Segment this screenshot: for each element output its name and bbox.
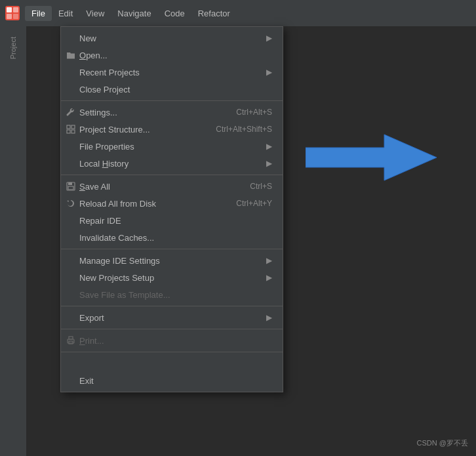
separator-4 <box>61 306 283 306</box>
svg-marker-15 <box>306 135 437 180</box>
separator-5 <box>61 329 283 329</box>
separator-6 <box>61 352 283 352</box>
menu-item-print[interactable]: Print... <box>61 332 283 349</box>
menu-item-manage-ide-settings[interactable]: Manage IDE Settings ▶ <box>61 252 283 269</box>
title-bar: File Edit View Navigate Code Refactor <box>0 0 476 26</box>
chevron-right-icon: ▶ <box>266 142 272 151</box>
chevron-right-icon: ▶ <box>266 313 272 322</box>
menu-item-project-structure[interactable]: Project Structure... Ctrl+Alt+Shift+S <box>61 121 283 138</box>
sidebar: Project <box>0 26 26 456</box>
chevron-right-icon: ▶ <box>266 68 272 77</box>
menu-item-invalidate-caches[interactable]: Invalidate Caches... <box>61 229 283 246</box>
svg-rect-8 <box>71 130 75 133</box>
menu-bar: File Edit View Navigate Code Refactor <box>25 6 237 21</box>
menu-item-new[interactable]: New ▶ <box>61 30 283 47</box>
main-area: New ▶ Open... Recent Projects ▶ Close Pr… <box>26 26 476 456</box>
menu-item-exit[interactable]: Exit <box>61 372 283 389</box>
svg-rect-2 <box>13 7 18 12</box>
menu-item-reload[interactable]: Reload All from Disk Ctrl+Alt+Y <box>61 195 283 212</box>
grid-icon <box>65 123 77 135</box>
menu-item-recent-projects[interactable]: Recent Projects ▶ <box>61 64 283 81</box>
menu-item-new-projects-setup[interactable]: New Projects Setup ▶ <box>61 269 283 286</box>
menu-item-power-save-mode[interactable] <box>61 355 283 372</box>
menu-refactor[interactable]: Refactor <box>191 6 237 21</box>
svg-rect-10 <box>68 182 72 185</box>
menu-item-export[interactable]: Export ▶ <box>61 309 283 326</box>
separator-2 <box>61 175 283 175</box>
menu-item-open[interactable]: Open... <box>61 47 283 64</box>
chevron-right-icon: ▶ <box>266 256 272 265</box>
app-logo-icon <box>5 6 20 20</box>
menu-item-file-properties[interactable]: File Properties ▶ <box>61 138 283 155</box>
menu-view[interactable]: View <box>79 6 111 21</box>
menu-file[interactable]: File <box>25 6 52 21</box>
separator-1 <box>61 100 283 101</box>
menu-item-repair-ide[interactable]: Repair IDE <box>61 212 283 229</box>
menu-item-settings[interactable]: Settings... Ctrl+Alt+S <box>61 104 283 121</box>
svg-rect-3 <box>7 14 12 19</box>
file-dropdown-menu: New ▶ Open... Recent Projects ▶ Close Pr… <box>60 26 283 392</box>
save-icon <box>65 180 77 192</box>
menu-item-local-history[interactable]: Local History ▶ <box>61 155 283 172</box>
chevron-right-icon: ▶ <box>266 33 272 43</box>
svg-rect-6 <box>71 125 75 129</box>
watermark: CSDN @罗不丢 <box>417 438 468 448</box>
menu-item-close-project[interactable]: Close Project <box>61 81 283 98</box>
menu-item-save-as-template[interactable]: Save File as Template... <box>61 286 283 303</box>
sidebar-item-project[interactable]: Project <box>7 31 20 64</box>
chevron-right-icon: ▶ <box>266 159 272 168</box>
reload-icon <box>65 197 77 209</box>
svg-rect-1 <box>7 7 12 12</box>
svg-rect-4 <box>13 14 18 19</box>
menu-code[interactable]: Code <box>158 6 191 21</box>
chevron-right-icon: ▶ <box>266 273 272 282</box>
menu-edit[interactable]: Edit <box>52 6 79 21</box>
arrow-annotation <box>306 131 437 186</box>
svg-rect-11 <box>68 186 73 190</box>
svg-rect-13 <box>69 337 73 339</box>
folder-icon <box>65 49 77 61</box>
separator-3 <box>61 249 283 249</box>
svg-rect-5 <box>67 125 70 129</box>
print-icon <box>65 335 77 346</box>
wrench-icon <box>65 106 77 118</box>
svg-rect-7 <box>67 130 70 133</box>
menu-item-save-all[interactable]: Save All Ctrl+S <box>61 178 283 195</box>
svg-rect-14 <box>69 341 73 344</box>
menu-navigate[interactable]: Navigate <box>111 6 157 21</box>
